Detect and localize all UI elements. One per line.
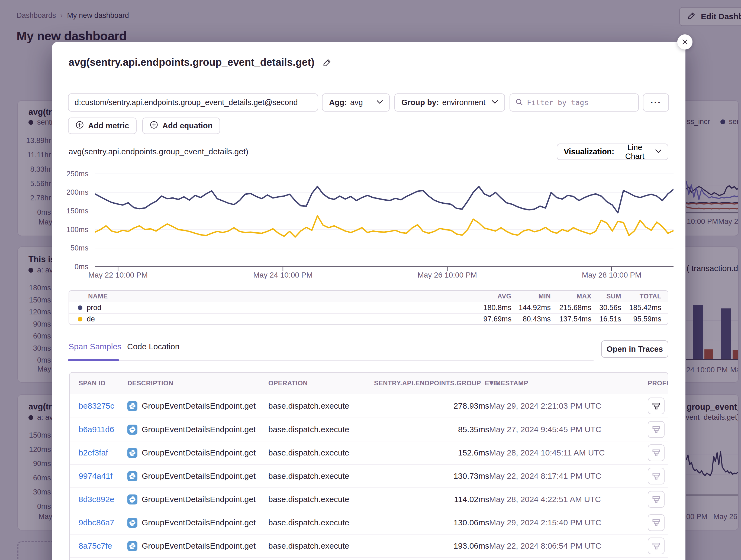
profile-flamegraph-icon[interactable] xyxy=(648,421,665,438)
samples-column-header: SENTRY.API.ENDPOINTS.GROUP_EVE… xyxy=(374,379,489,387)
span-operation: base.dispatch.execute xyxy=(268,425,374,434)
series-stat-value: 180.8ms xyxy=(465,304,512,312)
search-icon xyxy=(516,98,523,107)
series-name: de xyxy=(87,315,95,323)
tab-span-samples[interactable]: Span Samples xyxy=(69,342,121,351)
profile-flamegraph-icon[interactable] xyxy=(648,514,665,531)
tab-code-location[interactable]: Code Location xyxy=(127,342,180,351)
span-id-link[interactable]: b2ef3faf xyxy=(79,448,127,457)
plus-circle-icon xyxy=(76,121,84,131)
samples-header-row: SPAN IDDESCRIPTIONOPERATIONSENTRY.API.EN… xyxy=(70,373,668,394)
span-description-cell: GroupEventDetailsEndpoint.get xyxy=(127,494,268,504)
tag-filter-field[interactable] xyxy=(510,93,639,111)
group-by-dropdown[interactable]: Group by: environment xyxy=(394,93,505,111)
samples-column-header: OPERATION xyxy=(268,379,374,387)
span-description: GroupEventDetailsEndpoint.get xyxy=(142,518,256,527)
agg-dropdown[interactable]: Agg: avg xyxy=(322,93,390,111)
chart-y-axis: 0ms50ms100ms150ms200ms250ms xyxy=(52,170,90,267)
span-timestamp: May 27, 2024 9:45:45 PM UTC xyxy=(489,425,648,434)
tag-filter-input[interactable] xyxy=(527,98,633,107)
axis-tick-label: May 24 10:00 PM xyxy=(253,271,313,279)
samples-column-header: DESCRIPTION xyxy=(127,379,268,387)
profile-flamegraph-icon[interactable] xyxy=(648,491,665,508)
span-timestamp: May 22, 2024 8:06:54 PM UTC xyxy=(489,541,648,551)
span-id-link[interactable]: 9dbc86a7 xyxy=(79,518,127,527)
series-stat-value: 16.51s xyxy=(591,315,621,323)
series-stat-value: 30.56s xyxy=(591,304,621,312)
add-equation-button[interactable]: Add equation xyxy=(142,117,220,134)
span-duration-value: 193.06ms xyxy=(374,541,489,551)
series-stat-value: 80.43ms xyxy=(512,315,551,323)
summary-row[interactable]: de97.69ms80.43ms137.54ms16.51s95.59ms xyxy=(69,313,668,324)
python-icon xyxy=(127,401,137,411)
profile-flamegraph-icon[interactable] xyxy=(648,468,665,484)
summary-column-header: MAX xyxy=(551,293,591,300)
python-icon xyxy=(127,518,137,528)
plus-circle-icon xyxy=(150,121,158,131)
axis-tick-label: 250ms xyxy=(66,170,88,178)
series-stat-value: 137.54ms xyxy=(551,315,591,323)
span-id-link[interactable]: be83275c xyxy=(79,401,127,410)
metric-query-input[interactable] xyxy=(69,98,318,107)
span-description: GroupEventDetailsEndpoint.get xyxy=(142,471,256,481)
profile-flamegraph-icon[interactable] xyxy=(648,445,665,461)
axis-tick-label: 100ms xyxy=(66,226,88,234)
span-operation: base.dispatch.execute xyxy=(268,495,374,504)
span-description-cell: GroupEventDetailsEndpoint.get xyxy=(127,541,268,551)
profile-cell xyxy=(648,514,665,531)
span-id-link[interactable]: 9974a41f xyxy=(79,471,127,481)
table-row: be83275cGroupEventDetailsEndpoint.getbas… xyxy=(70,394,668,417)
profile-cell xyxy=(648,538,665,554)
series-stat-value: 95.59ms xyxy=(621,315,661,323)
span-timestamp: May 28, 2024 4:22:51 AM UTC xyxy=(489,495,648,504)
summary-column-header: MIN xyxy=(512,293,551,300)
profile-flamegraph-icon[interactable] xyxy=(648,398,665,414)
span-id-link[interactable]: 8a75c7fe xyxy=(79,541,127,551)
profile-cell xyxy=(648,491,665,508)
table-row: 9dbc86a7GroupEventDetailsEndpoint.getbas… xyxy=(70,511,668,534)
span-description-cell: GroupEventDetailsEndpoint.get xyxy=(127,401,268,411)
summary-column-header: NAME xyxy=(76,293,465,300)
span-duration-value: 130.73ms xyxy=(374,471,489,481)
span-duration-value: 114.02ms xyxy=(374,495,489,504)
table-row: b6a911d6GroupEventDetailsEndpoint.getbas… xyxy=(70,417,668,441)
open-in-traces-button[interactable]: Open in Traces xyxy=(601,340,668,358)
axis-tick-label: 50ms xyxy=(70,244,88,252)
span-duration-value: 278.93ms xyxy=(374,401,489,410)
chart-title: avg(sentry.api.endpoints.group_event_det… xyxy=(69,147,248,156)
axis-tick-label: May 28 10:00 PM xyxy=(582,271,641,279)
span-description: GroupEventDetailsEndpoint.get xyxy=(142,541,256,551)
legend-dot-icon xyxy=(78,317,82,321)
profile-flamegraph-icon[interactable] xyxy=(648,538,665,554)
python-icon xyxy=(127,541,137,551)
span-id-link[interactable]: b6a911d6 xyxy=(79,425,127,434)
series-name-cell: prod xyxy=(76,304,465,312)
python-icon xyxy=(127,448,137,458)
summary-column-header: AVG xyxy=(465,293,512,300)
add-metric-button[interactable]: Add metric xyxy=(68,117,137,134)
visualization-dropdown[interactable]: Visualization: Line Chart xyxy=(557,144,668,160)
summary-header-row: NAMEAVGMINMAXSUMTOTAL xyxy=(69,291,668,302)
chart-x-axis: May 22 10:00 PMMay 24 10:00 PMMay 26 10:… xyxy=(95,271,674,282)
span-id-link[interactable]: 8d3c892e xyxy=(79,495,127,504)
modal-title: avg(sentry.api.endpoints.group_event_det… xyxy=(69,57,315,68)
span-samples-table: SPAN IDDESCRIPTIONOPERATIONSENTRY.API.EN… xyxy=(69,372,668,560)
axis-tick-label: 150ms xyxy=(66,207,88,215)
metric-details-modal: avg(sentry.api.endpoints.group_event_det… xyxy=(52,42,685,560)
span-timestamp: May 22, 2024 8:17:41 PM UTC xyxy=(489,471,648,481)
query-overflow-menu-icon[interactable]: ··· xyxy=(643,93,669,111)
span-description: GroupEventDetailsEndpoint.get xyxy=(142,495,256,504)
series-name: prod xyxy=(87,304,102,312)
metric-line-chart[interactable] xyxy=(95,170,674,271)
close-icon[interactable] xyxy=(677,34,692,50)
span-description-cell: GroupEventDetailsEndpoint.get xyxy=(127,518,268,528)
samples-column-header: SPAN ID xyxy=(79,379,127,387)
summary-row[interactable]: prod180.8ms144.92ms215.68ms30.56s185.42m… xyxy=(69,302,668,313)
python-icon xyxy=(127,471,137,481)
metric-query-field[interactable] xyxy=(68,93,318,111)
series-name-cell: de xyxy=(76,315,465,323)
series-stat-value: 185.42ms xyxy=(621,304,661,312)
edit-title-pencil-icon[interactable] xyxy=(323,58,332,67)
tab-divider xyxy=(69,361,594,361)
profile-cell xyxy=(648,398,665,414)
